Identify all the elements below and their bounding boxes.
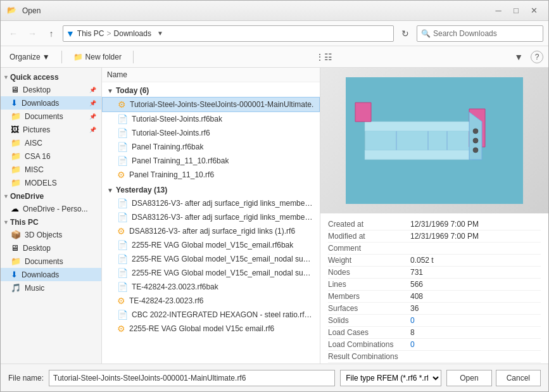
maximize-button[interactable]: □ [508,4,524,17]
detail-surfaces: Surfaces 36 [328,303,541,315]
nav-item-documents2[interactable]: 📁 Documents [1,255,101,268]
file-label-3: Tutorial-Steel-Joints.rf6 [132,129,210,137]
help-button[interactable]: ? [531,51,543,63]
nav-item-documents[interactable]: 📁 Documents 📌 [1,110,101,123]
preview-image [320,68,548,213]
file-label-9: DSA83126-V3- after adj surface_rigid lin… [129,227,295,236]
thispc-chevron-icon: ▼ [3,219,9,225]
nav-label-downloads: Downloads [22,99,59,108]
file-item-8[interactable]: 📄 DSA83126-V3- after adj surface_rigid l… [102,210,320,224]
rf6-icon-1: ⚙ [118,99,126,110]
breadcrumb-item-downloads[interactable]: Downloads [114,29,151,38]
filetype-select[interactable]: File type RFEM (*.rf6 *.rf6bak *. [340,370,441,386]
minimize-button[interactable]: ─ [490,4,507,17]
file-item-15[interactable]: 📄 CBC 2022-INTEGRATED HEXAGON - steel ra… [102,308,320,322]
breadcrumb-bar: ▼ This PC > Downloads ▼ [63,25,394,42]
nav-item-music[interactable]: 🎵 Music [1,281,101,294]
new-folder-icon: 📁 [73,53,83,61]
file-item-14[interactable]: ⚙ TE-42824-23.0023.rf6 [102,294,320,308]
organize-chevron-icon: ▼ [42,53,50,61]
file-item-12[interactable]: 📄 2255-RE VAG Global model_V15c_email_no… [102,266,320,280]
file-item-13[interactable]: 📄 TE-42824-23.0023.rf6bak [102,280,320,294]
nav-item-downloads[interactable]: ⬇ Downloads 📌 [1,96,101,110]
organize-button[interactable]: Organize ▼ [6,51,54,63]
onedrive-header[interactable]: ▼ OneDrive [1,189,101,202]
detail-created-at: Created at 12/31/1969 7:00 PM [328,218,541,231]
file-item-16[interactable]: ⚙ 2255-RE VAG Global model V15c email.rf… [102,322,320,336]
forward-button[interactable]: → [25,26,40,41]
file-item-7[interactable]: 📄 DSA83126-V3- after adj surface_rigid l… [102,196,320,210]
nav-label-documents2: Documents [25,257,63,266]
title-bar-left: 📂 Open [7,6,41,16]
detail-key-loadcases: Load Cases [328,328,410,337]
aisc-icon: 📁 [11,138,21,148]
search-box: 🔍 [417,25,543,42]
close-button[interactable]: ✕ [526,4,542,17]
detail-comment: Comment [328,243,541,255]
thispc-header[interactable]: ▼ This PC [1,215,101,228]
breadcrumb-separator: > [107,29,111,38]
open-button[interactable]: Open [446,370,491,386]
quick-access-header[interactable]: ▼ Quick access [1,70,101,83]
nav-item-misc[interactable]: 📁 MISC [1,163,101,176]
detail-nodes: Nodes 731 [328,267,541,279]
nav-item-csa16[interactable]: 📁 CSA 16 [1,149,101,163]
nav-item-downloads2[interactable]: ⬇ Downloads [1,268,101,281]
detail-key-nodes: Nodes [328,268,410,277]
file-item-1[interactable]: ⚙ Tutorial-Steel-Joints-SteelJoints-0000… [102,97,320,112]
navigation-toolbar: ← → ↑ ▼ This PC > Downloads ▼ ↻ 🔍 [1,21,548,46]
file-item-9[interactable]: ⚙ DSA83126-V3- after adj surface_rigid l… [102,224,320,238]
file-label-12: 2255-RE VAG Global model_V15c_email_noda… [132,269,315,277]
nav-label-aisc: AISC [25,139,42,148]
onedrive-chevron-icon: ▼ [3,193,9,199]
cancel-button[interactable]: Cancel [496,370,541,386]
pictures-pin-icon: 📌 [89,127,96,133]
file-label-11: 2255-RE VAG Global model_V15c_email_noda… [132,255,315,263]
file-item-11[interactable]: 📄 2255-RE VAG Global model_V15c_email_no… [102,252,320,266]
view-dropdown-button[interactable]: ▼ [512,51,526,63]
rf6-icon-6: ⚙ [117,170,125,180]
up-button[interactable]: ↑ [44,26,59,41]
file-label-14: TE-42824-23.0023.rf6 [129,296,203,305]
detail-key-surfaces: Surfaces [328,304,410,313]
file-item-4[interactable]: 📄 Panel Training.rf6bak [102,140,320,154]
nav-label-misc: MISC [25,165,44,174]
preview-3d-svg [346,77,523,204]
new-folder-button[interactable]: 📁 New folder [70,51,125,63]
nav-item-pictures[interactable]: 🖼 Pictures 📌 [1,123,101,136]
file-label-5: Panel Training_11_10.rf6bak [132,156,229,165]
refresh-button[interactable]: ↻ [398,26,413,41]
file-item-6[interactable]: ⚙ Panel Training_11_10.rf6 [102,168,320,182]
nav-item-desktop2[interactable]: 🖥 Desktop [1,241,101,255]
back-button[interactable]: ← [6,26,21,41]
documents-icon: 📁 [11,111,21,121]
file-label-4: Panel Training.rf6bak [132,142,203,151]
filename-label: File name: [8,374,44,383]
detail-key-created: Created at [328,220,410,229]
nav-item-models[interactable]: 📁 MODELS [1,176,101,189]
quick-access-chevron-icon: ▼ [3,74,9,80]
yesterday-group-label: Yesterday (13) [116,186,167,194]
file-item-3[interactable]: 📄 Tutorial-Steel-Joints.rf6 [102,126,320,140]
svg-marker-6 [355,103,371,122]
nav-item-3dobjects[interactable]: 📦 3D Objects [1,228,101,241]
main-content: ▼ Quick access 🖥 Desktop 📌 ⬇ Downloads 📌… [1,68,548,364]
file-label-13: TE-42824-23.0023.rf6bak [132,282,218,291]
nav-item-aisc[interactable]: 📁 AISC [1,136,101,149]
file-group-today[interactable]: ▼ Today (6) [102,82,320,97]
view-button[interactable]: ⋮☷ [313,51,335,63]
search-input[interactable] [433,29,539,38]
nav-item-desktop[interactable]: 🖥 Desktop 📌 [1,83,101,96]
file-item-10[interactable]: 📄 2255-RE VAG Global model_V15c_email.rf… [102,238,320,252]
doc-icon-12: 📄 [117,268,128,278]
file-item-2[interactable]: 📄 Tutorial-Steel-Joints.rf6bak [102,112,320,126]
file-label-15: CBC 2022-INTEGRATED HEXAGON - steel rati… [132,310,315,319]
nav-item-onedrive-personal[interactable]: ☁ OneDrive - Perso... [1,202,101,215]
breadcrumb-item-thispc[interactable]: This PC [77,29,104,38]
breadcrumb-dropdown-button[interactable]: ▼ [154,25,167,42]
file-group-yesterday[interactable]: ▼ Yesterday (13) [102,182,320,196]
filename-input[interactable] [49,370,335,386]
nav-label-documents: Documents [25,112,63,121]
file-item-5[interactable]: 📄 Panel Training_11_10.rf6bak [102,154,320,168]
doc-icon-2: 📄 [117,114,128,124]
